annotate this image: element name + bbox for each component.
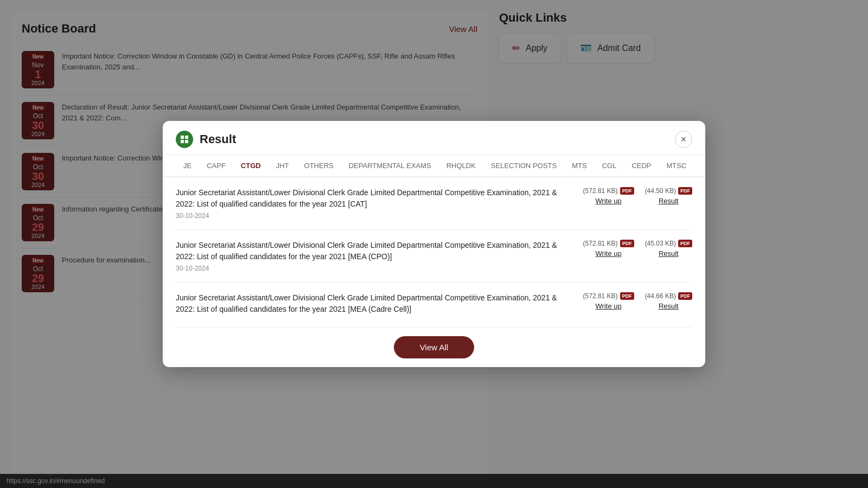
modal-body: Junior Secretariat Assistant/Lower Divis… — [163, 177, 705, 328]
result-link-2[interactable]: Result — [659, 249, 679, 258]
result-title-2: Junior Secretariat Assistant/Lower Divis… — [176, 240, 572, 262]
pdf-icon-writeup-3: PDF — [620, 292, 634, 300]
result-title-1: Junior Secretariat Assistant/Lower Divis… — [176, 187, 572, 210]
modal-icon — [176, 131, 193, 148]
pdf-icon-writeup-2: PDF — [620, 240, 634, 247]
writeup-link-2[interactable]: Write up — [596, 249, 622, 258]
result-info-3: Junior Secretariat Assistant/Lower Divis… — [176, 292, 572, 317]
tab-rhqldk[interactable]: RHQLDK — [439, 155, 483, 177]
pdf-badge-writeup-2: (572.81 KB) PDF — [583, 240, 634, 247]
pdf-badge-result-3: (44.66 KB) PDF — [645, 292, 692, 300]
result-info-1: Junior Secretariat Assistant/Lower Divis… — [176, 187, 572, 220]
modal-footer: View All — [163, 328, 705, 367]
result-item-2: Junior Secretariat Assistant/Lower Divis… — [176, 230, 692, 282]
result-date-1: 30-10-2024 — [176, 212, 572, 220]
writeup-link-3[interactable]: Write up — [596, 302, 622, 310]
result-links-3: (572.81 KB) PDF Write up (44.66 KB) PDF … — [583, 292, 692, 310]
tab-je[interactable]: JE — [176, 155, 199, 177]
result-link-group-writeup-3: (572.81 KB) PDF Write up — [583, 292, 634, 310]
pdf-badge-writeup-1: (572.81 KB) PDF — [583, 187, 634, 195]
tab-others[interactable]: OTHERS — [297, 155, 341, 177]
pdf-icon-result-3: PDF — [678, 292, 692, 300]
tab-selection[interactable]: SELECTION POSTS — [483, 155, 564, 177]
view-all-button[interactable]: View All — [394, 336, 474, 358]
pdf-size-result-1: (44.50 KB) — [645, 187, 676, 195]
writeup-link-1[interactable]: Write up — [596, 197, 622, 205]
tab-jht[interactable]: JHT — [269, 155, 297, 177]
svg-rect-1 — [185, 136, 188, 139]
pdf-size-writeup-2: (572.81 KB) — [583, 240, 618, 247]
tab-cgl[interactable]: CGL — [595, 155, 624, 177]
pdf-icon-result-1: PDF — [678, 187, 692, 195]
result-link-3[interactable]: Result — [659, 302, 679, 310]
tab-mts[interactable]: MTS — [564, 155, 594, 177]
pdf-icon-writeup-1: PDF — [620, 187, 634, 195]
tab-mtsc[interactable]: MTSC — [659, 155, 694, 177]
pdf-badge-result-2: (45.03 KB) PDF — [645, 240, 692, 247]
result-link-group-result-2: (45.03 KB) PDF Result — [645, 240, 692, 258]
modal-close-button[interactable]: × — [675, 131, 692, 148]
pdf-badge-writeup-3: (572.81 KB) PDF — [583, 292, 634, 300]
result-link-group-writeup-2: (572.81 KB) PDF Write up — [583, 240, 634, 258]
result-links-1: (572.81 KB) PDF Write up (44.50 KB) PDF … — [583, 187, 692, 205]
result-title-3: Junior Secretariat Assistant/Lower Divis… — [176, 292, 572, 315]
result-modal: Result × JE CAPF CTGD JHT OTHERS DEPARTM… — [163, 121, 705, 367]
tab-capf[interactable]: CAPF — [199, 155, 233, 177]
modal-tabs: JE CAPF CTGD JHT OTHERS DEPARTMENTAL EXA… — [163, 155, 705, 177]
result-info-2: Junior Secretariat Assistant/Lower Divis… — [176, 240, 572, 272]
tab-dept[interactable]: DEPARTMENTAL EXAMS — [341, 155, 439, 177]
result-item-3: Junior Secretariat Assistant/Lower Divis… — [176, 282, 692, 328]
result-links-2: (572.81 KB) PDF Write up (45.03 KB) PDF … — [583, 240, 692, 258]
result-item-1: Junior Secretariat Assistant/Lower Divis… — [176, 177, 692, 230]
pdf-icon-result-2: PDF — [678, 240, 692, 247]
pdf-badge-result-1: (44.50 KB) PDF — [645, 187, 692, 195]
modal-header: Result × — [163, 121, 705, 155]
svg-rect-3 — [185, 140, 188, 143]
result-link-group-result-1: (44.50 KB) PDF Result — [645, 187, 692, 205]
pdf-size-writeup-3: (572.81 KB) — [583, 292, 618, 300]
tab-ctgd[interactable]: CTGD — [233, 155, 269, 177]
result-link-group-writeup-1: (572.81 KB) PDF Write up — [583, 187, 634, 205]
pdf-size-result-3: (44.66 KB) — [645, 292, 676, 300]
tab-cedp[interactable]: CEDP — [624, 155, 659, 177]
pdf-size-result-2: (45.03 KB) — [645, 240, 676, 247]
pdf-size-writeup-1: (572.81 KB) — [583, 187, 618, 195]
modal-title-row: Result — [176, 131, 236, 148]
modal-title: Result — [200, 132, 236, 146]
svg-rect-0 — [181, 136, 184, 139]
result-link-1[interactable]: Result — [659, 197, 679, 205]
result-link-group-result-3: (44.66 KB) PDF Result — [645, 292, 692, 310]
svg-rect-2 — [181, 140, 184, 143]
result-date-2: 30-10-2024 — [176, 265, 572, 272]
